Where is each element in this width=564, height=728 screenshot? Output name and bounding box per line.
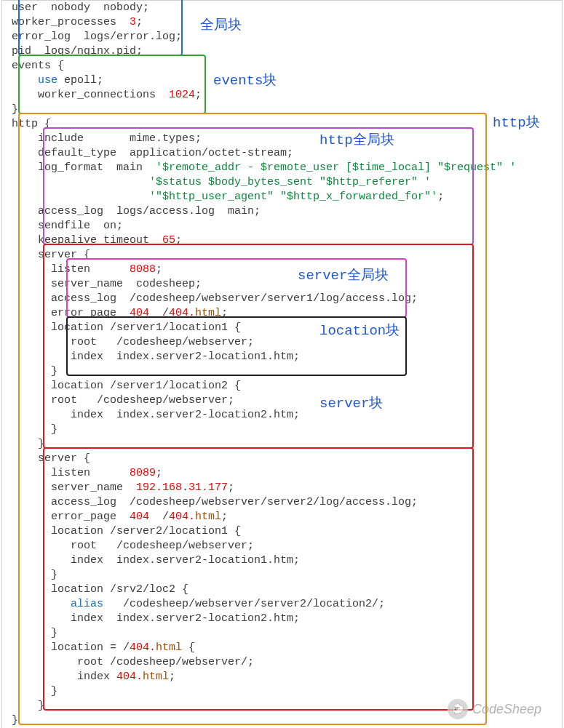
code-line: index index.server2-location1.htm;	[5, 350, 562, 364]
code-line: access_log logs/access.log main;	[5, 204, 562, 219]
code-line: root /codesheep/webserver;	[5, 335, 562, 350]
watermark: 🐑 CodeSheep	[448, 699, 541, 719]
code-line: listen 8088;	[5, 263, 562, 277]
code-line: user nobody nobody;	[5, 1, 562, 15]
code-line: index index.server2-location2.htm;	[5, 612, 562, 626]
code-line: index index.server2-location2.htm;	[5, 408, 562, 423]
code-line: '"$http_user_agent" "$http_x_forwarded_f…	[5, 190, 562, 204]
code-line: location /srv2/loc2 {	[5, 583, 562, 597]
code-line: }	[5, 568, 562, 583]
code-line: index 404.html;	[5, 670, 562, 684]
code-line: use epoll;	[5, 73, 562, 88]
code-line: listen 8089;	[5, 466, 562, 481]
code-line: location /server1/location1 {	[5, 321, 562, 335]
code-line: server_name codesheep;	[5, 277, 562, 292]
code-line: location /server1/location2 {	[5, 379, 562, 393]
code-line: worker_connections 1024;	[5, 88, 562, 103]
code-line: include mime.types;	[5, 132, 562, 146]
code-line: access_log /codesheep/webserver/server2/…	[5, 495, 562, 510]
code-line: pid logs/nginx.pid;	[5, 44, 562, 59]
code-line: error_page 404 /404.html;	[5, 510, 562, 524]
code-line: server {	[5, 248, 562, 263]
config-figure: user nobody nobody; worker_processes 3; …	[1, 0, 563, 728]
code-line: root /codesheep/webserver;	[5, 393, 562, 408]
code-line: location /server2/location1 {	[5, 524, 562, 539]
code-line: root /codesheep/webserver;	[5, 539, 562, 553]
code-line: log_format main '$remote_addr - $remote_…	[5, 161, 562, 175]
code-line: }	[5, 103, 562, 117]
code-line: http {	[5, 117, 562, 132]
code-line: }	[5, 626, 562, 641]
nginx-config-code: user nobody nobody; worker_processes 3; …	[2, 1, 562, 728]
code-line: access_log /codesheep/webserver/server1/…	[5, 292, 562, 306]
code-line: }	[5, 684, 562, 699]
code-line: server_name 192.168.31.177;	[5, 481, 562, 495]
code-line: error_page 404 /404.html;	[5, 306, 562, 321]
code-line: error_log logs/error.log;	[5, 30, 562, 44]
code-line: root /codesheep/webserver/;	[5, 655, 562, 670]
code-line: }	[5, 437, 562, 452]
code-line: default_type application/octet-stream;	[5, 146, 562, 161]
code-line: events {	[5, 59, 562, 73]
code-line: index index.server2-location1.htm;	[5, 553, 562, 568]
watermark-text: CodeSheep	[472, 702, 541, 716]
code-line: server {	[5, 452, 562, 466]
code-line: '$status $body_bytes_sent "$http_referer…	[5, 175, 562, 190]
code-line: location = /404.html {	[5, 641, 562, 655]
code-line: }	[5, 423, 562, 437]
sheep-icon: 🐑	[448, 699, 468, 719]
code-line: sendfile on;	[5, 219, 562, 233]
code-line: alias /codesheep/webserver/server2/locat…	[5, 597, 562, 612]
code-line: worker_processes 3;	[5, 15, 562, 30]
code-line: keepalive_timeout 65;	[5, 233, 562, 248]
code-line: }	[5, 364, 562, 379]
